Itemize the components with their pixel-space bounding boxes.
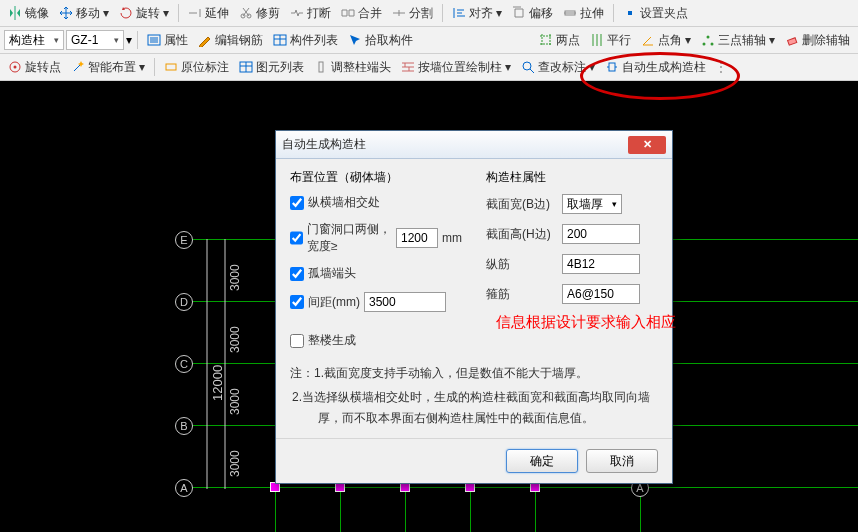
chevron-down-icon: ▾ xyxy=(612,199,617,209)
setpoint-button[interactable]: 设置夹点 xyxy=(619,3,692,24)
adjust-head-button[interactable]: 调整柱端头 xyxy=(310,57,395,78)
dialog-titlebar[interactable]: 自动生成构造柱 ✕ xyxy=(276,131,672,159)
angle-button[interactable]: 点角 ▾ xyxy=(637,30,695,51)
svg-rect-14 xyxy=(319,62,323,72)
notes: 注：1.截面宽度支持手动输入，但是数值不能大于墙厚。 2.当选择纵横墙相交处时，… xyxy=(290,363,658,428)
table-icon xyxy=(239,60,253,74)
longbar-input[interactable] xyxy=(562,254,640,274)
member-type-dropdown[interactable]: 构造柱▾ xyxy=(4,30,64,50)
ok-button[interactable]: 确定 xyxy=(506,449,578,473)
cb-isolated-end[interactable] xyxy=(290,267,304,281)
three-point-button[interactable]: 三点辅轴 ▾ xyxy=(697,30,779,51)
chevron-down-icon: ▾ xyxy=(163,6,169,20)
rotate-icon xyxy=(119,6,133,20)
longbar-label: 纵筋 xyxy=(486,256,558,273)
cb-spacing[interactable] xyxy=(290,295,304,309)
move-icon xyxy=(59,6,73,20)
svg-point-15 xyxy=(523,62,531,70)
extend-button[interactable]: 延伸 xyxy=(184,3,233,24)
search-icon xyxy=(521,60,535,74)
mirror-button[interactable]: 镜像 xyxy=(4,3,53,24)
overflow-icon[interactable]: ⋮ xyxy=(715,60,727,74)
mark-original-button[interactable]: 原位标注 xyxy=(160,57,233,78)
merge-icon xyxy=(341,6,355,20)
opening-width-input[interactable] xyxy=(396,228,438,248)
mirror-icon xyxy=(8,6,22,20)
sec-h-input[interactable] xyxy=(562,224,640,244)
cb-isolated-end-label: 孤墙端头 xyxy=(308,265,356,282)
auto-generate-column-button[interactable]: 自动生成构造柱 xyxy=(601,57,710,78)
column-icon xyxy=(314,60,328,74)
svg-rect-12 xyxy=(166,64,176,70)
parallel-button[interactable]: 平行 xyxy=(586,30,635,51)
sec-b-select[interactable]: 取墙厚▾ xyxy=(562,194,622,214)
cb-cross-wall-label: 纵横墙相交处 xyxy=(308,194,380,211)
axis-label: C xyxy=(175,355,193,373)
stretch-button[interactable]: 拉伸 xyxy=(559,3,608,24)
align-button[interactable]: 对齐 ▾ xyxy=(448,3,506,24)
svg-point-11 xyxy=(14,66,17,69)
chevron-down-icon: ▾ xyxy=(589,60,595,74)
separator xyxy=(613,4,614,22)
toolbar-3: 旋转点 智能布置 ▾ 原位标注 图元列表 调整柱端头 按墙位置绘制柱 ▾ 查改标… xyxy=(0,54,858,81)
cb-opening-side-label: 门窗洞口两侧，宽度≥ xyxy=(307,221,392,255)
rotate-button[interactable]: 旋转 ▾ xyxy=(115,3,173,24)
cb-cross-wall[interactable] xyxy=(290,196,304,210)
edit-rebar-button[interactable]: 编辑钢筋 xyxy=(194,30,267,51)
cancel-button[interactable]: 取消 xyxy=(586,449,658,473)
merge-button[interactable]: 合并 xyxy=(337,3,386,24)
svg-point-7 xyxy=(707,36,710,39)
draw-by-wall-button[interactable]: 按墙位置绘制柱 ▾ xyxy=(397,57,515,78)
spacing-input[interactable] xyxy=(364,292,446,312)
smart-place-button[interactable]: 智能布置 ▾ xyxy=(67,57,149,78)
cb-whole-building[interactable] xyxy=(290,334,304,348)
break-button[interactable]: 打断 xyxy=(286,3,335,24)
chevron-down-icon[interactable]: ▾ xyxy=(126,33,132,47)
cb-opening-side[interactable] xyxy=(290,231,303,245)
svg-rect-9 xyxy=(788,38,797,45)
stretch-icon xyxy=(563,6,577,20)
extend-icon xyxy=(188,6,202,20)
split-button[interactable]: 分割 xyxy=(388,3,437,24)
offset-button[interactable]: 偏移 xyxy=(508,3,557,24)
grid-icon xyxy=(539,33,553,47)
dialog-body: 布置位置（砌体墙） 纵横墙相交处 门窗洞口两侧，宽度≥ mm 孤墙端头 xyxy=(276,159,672,438)
cb-whole-building-label: 整楼生成 xyxy=(308,332,356,349)
trim-icon xyxy=(239,6,253,20)
table-icon xyxy=(273,33,287,47)
toolbar-1: 镜像 移动 ▾ 旋转 ▾ 延伸 修剪 打断 合并 分割 对齐 ▾ 偏移 拉伸 设… xyxy=(0,0,858,27)
toolbar-2: 构造柱▾ GZ-1▾ ▾ 属性 编辑钢筋 构件列表 拾取构件 两点 平行 点角 … xyxy=(0,27,858,54)
cb-spacing-label: 间距(mm) xyxy=(308,294,360,311)
elem-list-button[interactable]: 图元列表 xyxy=(235,57,308,78)
axis-label: E xyxy=(175,231,193,249)
svg-point-6 xyxy=(703,43,706,46)
rotpt-icon xyxy=(8,60,22,74)
axis-label: A xyxy=(175,479,193,497)
grip-icon xyxy=(623,6,637,20)
auto-generate-column-dialog: 自动生成构造柱 ✕ 布置位置（砌体墙） 纵横墙相交处 门窗洞口两侧，宽度≥ mm xyxy=(275,130,673,484)
two-point-button[interactable]: 两点 xyxy=(535,30,584,51)
separator xyxy=(137,31,138,49)
check-mark-button[interactable]: 查改标注 ▾ xyxy=(517,57,599,78)
sec-h-label: 截面高(H边) xyxy=(486,226,558,243)
stirrup-input[interactable] xyxy=(562,284,640,304)
close-button[interactable]: ✕ xyxy=(628,136,666,154)
pick-member-button[interactable]: 拾取构件 xyxy=(344,30,417,51)
unit-mm: mm xyxy=(442,231,462,245)
member-id-dropdown[interactable]: GZ-1▾ xyxy=(66,30,124,50)
offset-icon xyxy=(512,6,526,20)
chevron-down-icon: ▾ xyxy=(103,6,109,20)
rotation-point-button[interactable]: 旋转点 xyxy=(4,57,65,78)
trim-button[interactable]: 修剪 xyxy=(235,3,284,24)
break-icon xyxy=(290,6,304,20)
picker-icon xyxy=(348,33,362,47)
chevron-down-icon: ▾ xyxy=(769,33,775,47)
dim-ticks xyxy=(195,231,245,501)
member-list-button[interactable]: 构件列表 xyxy=(269,30,342,51)
attribute-button[interactable]: 属性 xyxy=(143,30,192,51)
chevron-down-icon: ▾ xyxy=(685,33,691,47)
move-button[interactable]: 移动 ▾ xyxy=(55,3,113,24)
separator xyxy=(178,4,179,22)
delete-aux-button[interactable]: 删除辅轴 xyxy=(781,30,854,51)
tag-icon xyxy=(164,60,178,74)
